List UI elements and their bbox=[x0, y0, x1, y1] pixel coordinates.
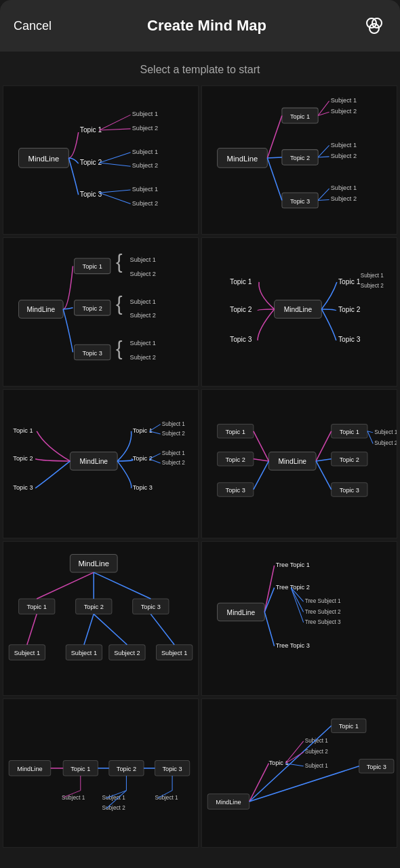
svg-text:Subject 2: Subject 2 bbox=[331, 153, 357, 159]
template-grid: MindLine Topic 1 Topic 2 Topic 3 Subject… bbox=[0, 83, 400, 850]
svg-text:Subject 2: Subject 2 bbox=[130, 354, 156, 361]
svg-text:Topic 1: Topic 1 bbox=[133, 427, 153, 434]
svg-text:Topic 3: Topic 3 bbox=[367, 763, 386, 770]
svg-text:Topic 2: Topic 2 bbox=[230, 306, 252, 313]
svg-text:MindLine: MindLine bbox=[278, 458, 306, 465]
svg-line-37 bbox=[318, 101, 329, 116]
svg-line-183 bbox=[285, 752, 304, 763]
svg-text:Topic 3: Topic 3 bbox=[80, 191, 102, 198]
svg-text:Topic 1: Topic 1 bbox=[339, 723, 359, 730]
svg-text:Subject 2: Subject 2 bbox=[132, 200, 158, 207]
template-card-1[interactable]: MindLine Topic 1 Topic 2 Topic 3 Subject… bbox=[3, 85, 199, 235]
svg-line-41 bbox=[318, 189, 329, 200]
template-card-7[interactable]: MindLine Topic 1 Topic 2 Topic 3 Subject… bbox=[3, 541, 199, 696]
svg-text:Topic 2: Topic 2 bbox=[226, 456, 245, 463]
svg-line-42 bbox=[318, 199, 329, 200]
svg-line-36 bbox=[267, 158, 282, 201]
svg-text:{: { bbox=[116, 293, 123, 315]
svg-text:Subject 1: Subject 1 bbox=[331, 184, 357, 191]
svg-text:Topic 1: Topic 1 bbox=[338, 278, 361, 285]
svg-text:Topic 1: Topic 1 bbox=[340, 429, 359, 435]
svg-text:Subject 2: Subject 2 bbox=[130, 312, 156, 319]
svg-line-181 bbox=[249, 766, 359, 801]
svg-text:Topic 2: Topic 2 bbox=[80, 159, 102, 166]
svg-text:Subject 1: Subject 1 bbox=[331, 97, 357, 104]
svg-text:MindLine: MindLine bbox=[17, 765, 42, 772]
svg-text:Subject 1: Subject 1 bbox=[132, 111, 158, 117]
svg-text:MindLine: MindLine bbox=[78, 559, 109, 568]
svg-text:Subject 1: Subject 1 bbox=[130, 298, 156, 305]
svg-line-19 bbox=[99, 193, 130, 203]
svg-line-34 bbox=[267, 115, 282, 158]
svg-text:Topic 3: Topic 3 bbox=[83, 350, 102, 357]
svg-text:Subject 1: Subject 1 bbox=[130, 256, 156, 263]
svg-text:Subject 2: Subject 2 bbox=[162, 460, 186, 466]
svg-line-109 bbox=[367, 431, 373, 443]
svg-text:Topic 1: Topic 1 bbox=[13, 427, 33, 434]
svg-text:Tree Subject 2: Tree Subject 2 bbox=[305, 609, 341, 615]
svg-text:Subject 2: Subject 2 bbox=[114, 650, 140, 656]
svg-text:Topic 1: Topic 1 bbox=[27, 604, 47, 610]
svg-text:Subject 1: Subject 1 bbox=[132, 149, 158, 155]
svg-line-18 bbox=[99, 190, 130, 193]
page-title: Create Mind Map bbox=[147, 17, 266, 35]
svg-text:Topic 3: Topic 3 bbox=[290, 198, 310, 205]
svg-text:Subject 2: Subject 2 bbox=[331, 195, 357, 202]
svg-line-103 bbox=[254, 459, 269, 461]
svg-text:Topic 3: Topic 3 bbox=[162, 765, 182, 772]
template-card-3[interactable]: MindLine Topic 1 Topic 2 Topic 3 { { { S… bbox=[3, 237, 199, 387]
svg-line-106 bbox=[316, 459, 332, 461]
svg-text:Topic 1: Topic 1 bbox=[83, 263, 102, 270]
svg-text:Subject 1: Subject 1 bbox=[14, 650, 40, 656]
svg-text:Topic 2: Topic 2 bbox=[133, 455, 153, 462]
svg-text:Topic 1: Topic 1 bbox=[80, 126, 102, 134]
svg-text:Subject 2: Subject 2 bbox=[132, 125, 158, 132]
template-card-2[interactable]: MindLine Topic 1 Topic 2 Topic 3 Subject… bbox=[201, 85, 397, 235]
svg-text:MindLine: MindLine bbox=[216, 799, 241, 806]
svg-line-129 bbox=[27, 614, 37, 645]
template-card-6[interactable]: MindLine Topic 1 Topic 2 Topic 3 Topic 1… bbox=[201, 389, 397, 538]
svg-text:Topic 1: Topic 1 bbox=[71, 765, 90, 772]
svg-text:{: { bbox=[116, 251, 123, 273]
svg-line-143 bbox=[264, 612, 274, 646]
svg-text:Topic 3: Topic 3 bbox=[226, 487, 245, 494]
svg-text:Subject 1: Subject 1 bbox=[374, 429, 397, 435]
template-card-5[interactable]: MindLine Topic 1 Topic 2 Topic 3 Topic 1… bbox=[3, 389, 199, 538]
svg-text:Topic 1: Topic 1 bbox=[226, 429, 245, 435]
svg-text:Topic 2: Topic 2 bbox=[338, 306, 361, 313]
svg-text:Subject 2: Subject 2 bbox=[130, 271, 156, 277]
svg-text:Tree Subject 1: Tree Subject 1 bbox=[305, 598, 341, 604]
svg-line-35 bbox=[267, 157, 282, 158]
svg-text:Subject 2: Subject 2 bbox=[374, 440, 397, 446]
svg-line-128 bbox=[94, 572, 151, 599]
svg-text:Topic 2: Topic 2 bbox=[83, 305, 102, 312]
svg-line-132 bbox=[151, 614, 174, 645]
svg-line-107 bbox=[316, 461, 332, 490]
svg-text:{: { bbox=[116, 338, 123, 359]
svg-text:Topic 1: Topic 1 bbox=[230, 278, 252, 285]
svg-text:Topic 2: Topic 2 bbox=[290, 155, 310, 161]
svg-text:Subject 2: Subject 2 bbox=[361, 283, 384, 289]
svg-text:Topic 3: Topic 3 bbox=[340, 487, 359, 494]
template-card-4[interactable]: MindLine Topic 1 Topic 2 Topic 3 Topic 1… bbox=[201, 237, 397, 387]
svg-text:MindLine: MindLine bbox=[284, 306, 313, 313]
svg-text:MindLine: MindLine bbox=[227, 609, 256, 616]
svg-text:Topic 2: Topic 2 bbox=[13, 455, 33, 462]
svg-text:MindLine: MindLine bbox=[28, 155, 60, 163]
svg-line-141 bbox=[264, 566, 274, 612]
circles-icon[interactable] bbox=[362, 14, 386, 38]
svg-text:Tree Topic 1: Tree Topic 1 bbox=[276, 561, 310, 568]
template-card-9[interactable]: MindLine Topic 1 Topic 2 Topic 3 Subject… bbox=[3, 698, 199, 848]
svg-text:Subject 1: Subject 1 bbox=[130, 340, 156, 347]
template-card-10[interactable]: MindLine Topic 1 Topic 1 Topic 3 Subject… bbox=[201, 698, 397, 848]
svg-text:Subject 1: Subject 1 bbox=[305, 762, 329, 768]
svg-text:Subject 1: Subject 1 bbox=[161, 650, 187, 656]
svg-point-2 bbox=[369, 24, 379, 33]
cancel-button[interactable]: Cancel bbox=[14, 19, 52, 33]
svg-text:Subject 1: Subject 1 bbox=[132, 186, 158, 193]
svg-line-102 bbox=[254, 431, 269, 461]
svg-line-15 bbox=[99, 129, 130, 130]
svg-text:Subject 1: Subject 1 bbox=[162, 450, 186, 456]
template-card-8[interactable]: MindLine Tree Topic 1 Tree Topic 2 Tree … bbox=[201, 541, 397, 696]
svg-line-17 bbox=[99, 163, 130, 166]
